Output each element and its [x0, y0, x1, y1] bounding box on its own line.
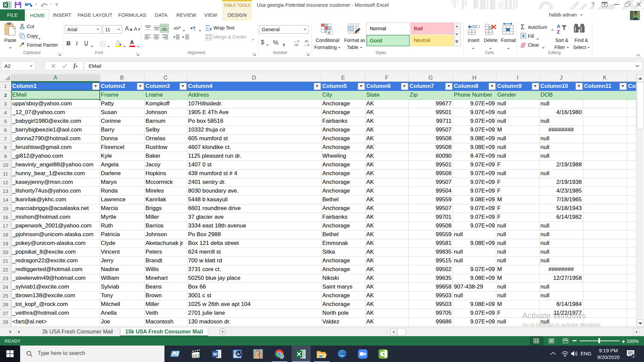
svg-text:←.0: ←.0 — [294, 40, 299, 43]
svg-text:W: W — [213, 352, 217, 357]
svg-text:.00: .00 — [294, 43, 298, 47]
svg-text:3: 3 — [192, 353, 195, 358]
svg-text:→.0: →.0 — [304, 43, 309, 47]
svg-text:¶: ¶ — [193, 25, 196, 31]
svg-text:ab: ab — [174, 25, 178, 31]
svg-text:.00: .00 — [304, 40, 308, 43]
svg-text:Z: Z — [557, 29, 560, 35]
svg-text:1: 1 — [633, 355, 634, 358]
svg-text:2: 2 — [195, 353, 197, 358]
svg-text:1: 1 — [197, 353, 200, 358]
svg-text:A: A — [557, 23, 560, 29]
svg-text:≠: ≠ — [328, 30, 330, 35]
